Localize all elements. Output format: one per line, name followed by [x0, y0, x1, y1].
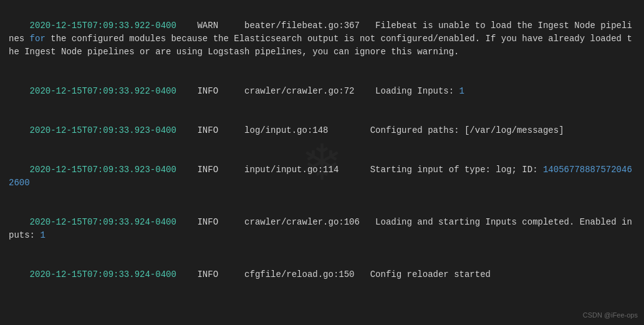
timestamp-4: 2020-12-15T07:09:33.923-0400	[30, 165, 176, 175]
watermark: CSDN @iFee-ops	[583, 310, 638, 321]
log-text-6: INFO cfgfile/reload.go:150 Config reload…	[176, 269, 491, 279]
value-inputs-1: 1	[459, 86, 464, 96]
timestamp-1: 2020-12-15T07:09:33.922-0400	[30, 21, 176, 31]
log-line-1: 2020-12-15T07:09:33.922-0400 WARN beater…	[9, 6, 635, 72]
log-line-5: 2020-12-15T07:09:33.924-0400 INFO crawle…	[9, 203, 635, 255]
log-text-1b: the configured modules because the Elast…	[9, 34, 632, 57]
log-line-4: 2020-12-15T07:09:33.923-0400 INFO input/…	[9, 150, 635, 203]
log-line-2: 2020-12-15T07:09:33.922-0400 INFO crawle…	[9, 72, 635, 111]
timestamp-2: 2020-12-15T07:09:33.922-0400	[30, 86, 176, 96]
log-line-6: 2020-12-15T07:09:33.924-0400 INFO cfgfil…	[9, 255, 635, 294]
value-enabled-inputs: 1	[40, 230, 45, 240]
log-text-2a: INFO crawler/crawler.go:72 Loading Input…	[176, 86, 459, 96]
timestamp-6: 2020-12-15T07:09:33.924-0400	[30, 269, 176, 279]
timestamp-5: 2020-12-15T07:09:33.924-0400	[30, 217, 176, 227]
log-text-4a: INFO input/input.go:114 Starting input o…	[176, 165, 543, 175]
keyword-for: for	[30, 34, 46, 44]
log-line-3: 2020-12-15T07:09:33.923-0400 INFO log/in…	[9, 111, 635, 150]
terminal: ❄ 2020-12-15T07:09:33.922-0400 WARN beat…	[0, 0, 644, 325]
timestamp-3: 2020-12-15T07:09:33.923-0400	[30, 125, 176, 135]
log-text-3: INFO log/input.go:148 Configured paths: …	[176, 125, 564, 135]
